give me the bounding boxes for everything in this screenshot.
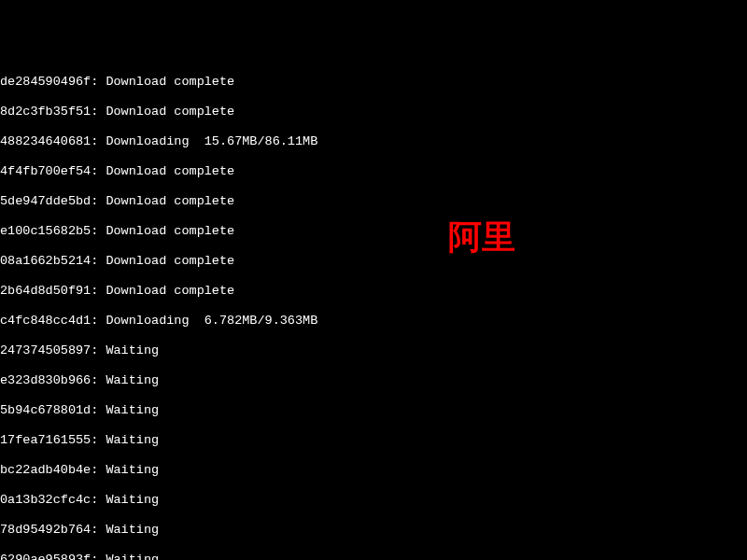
terminal-line: 6290ae95893f: Waiting <box>0 553 747 560</box>
terminal-line: c4fc848cc4d1: Downloading 6.782MB/9.363M… <box>0 314 747 329</box>
terminal-line: 2b64d8d50f91: Download complete <box>0 284 747 299</box>
terminal-line: e323d830b966: Waiting <box>0 373 747 388</box>
terminal-line: 0a13b32cfc4c: Waiting <box>0 493 747 508</box>
terminal-line: 08a1662b5214: Download complete <box>0 254 747 269</box>
terminal-line: 488234640681: Downloading 15.67MB/86.11M… <box>0 134 747 149</box>
terminal-line: e100c15682b5: Download complete <box>0 224 747 239</box>
terminal-line: 4f4fb700ef54: Download complete <box>0 164 747 179</box>
terminal-line: de284590496f: Download complete <box>0 75 747 90</box>
terminal-output[interactable]: de284590496f: Download complete 8d2c3fb3… <box>0 60 747 560</box>
terminal-line: 78d95492b764: Waiting <box>0 523 747 538</box>
terminal-line: 5b94c678801d: Waiting <box>0 403 747 418</box>
terminal-line: bc22adb40b4e: Waiting <box>0 463 747 478</box>
overlay-annotation: 阿里 <box>448 220 515 254</box>
terminal-line: 17fea7161555: Waiting <box>0 433 747 448</box>
terminal-line: 8d2c3fb35f51: Download complete <box>0 105 747 119</box>
terminal-line: 247374505897: Waiting <box>0 343 747 358</box>
terminal-line: 5de947dde5bd: Download complete <box>0 194 747 209</box>
